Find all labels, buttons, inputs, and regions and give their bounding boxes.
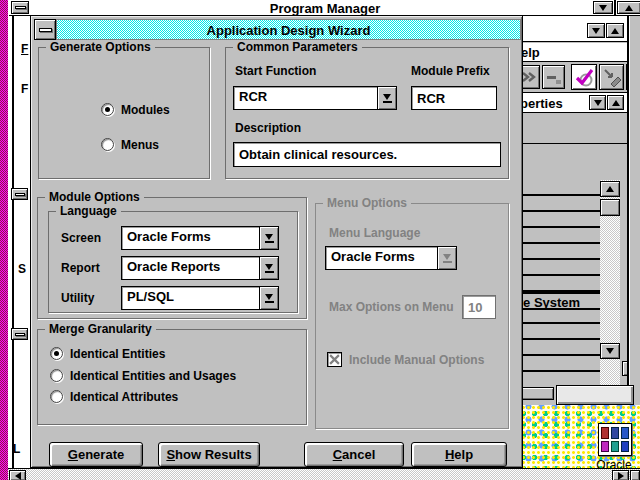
scroll-left-button[interactable] — [9, 470, 26, 480]
screen: Program Manager F F S L elp 1 — [0, 0, 640, 480]
check-tool-button[interactable] — [571, 64, 597, 90]
start-function-value[interactable]: RCR — [233, 86, 377, 110]
titlebar-divider — [614, 0, 616, 16]
radio-modules[interactable] — [101, 103, 114, 116]
module-prefix-input[interactable] — [411, 86, 497, 110]
oracle-group-icon[interactable] — [598, 423, 632, 456]
pointer-pen-icon — [602, 67, 622, 87]
oracle-group-label[interactable]: Oracle — [586, 458, 640, 468]
include-manual-options-checkbox — [327, 352, 342, 367]
report-label: Report — [61, 261, 100, 275]
program-manager-title: Program Manager — [9, 1, 640, 16]
properties-title-partial: perties — [520, 96, 563, 111]
maximize-icon — [612, 100, 620, 106]
language-group: Language Screen Oracle Forms Report Orac… — [48, 211, 298, 313]
scroll-right-button[interactable] — [612, 470, 629, 480]
dropdown-arrow-icon — [383, 94, 391, 100]
report-language-value[interactable]: Oracle Reports — [121, 256, 259, 280]
fragment-system-menu-button — [11, 328, 28, 340]
group-label: Language — [56, 204, 121, 218]
description-input[interactable] — [233, 142, 501, 167]
system-menu-icon — [39, 28, 52, 32]
radio-identical-attributes-label[interactable]: Identical Attributes — [70, 390, 178, 404]
program-manager-titlebar: Program Manager — [9, 0, 640, 16]
merge-granularity-group: Merge Granularity Identical Entities Ide… — [37, 329, 307, 425]
maximize-button[interactable] — [617, 1, 640, 14]
max-options-input — [462, 295, 496, 319]
generate-options-group: Generate Options Modules Menus — [38, 47, 210, 179]
minimize-button[interactable] — [587, 23, 605, 38]
report-language-combo[interactable]: Oracle Reports — [121, 256, 279, 280]
list-divider — [516, 143, 627, 144]
menu-language-label: Menu Language — [329, 226, 420, 240]
group-label: Module Options — [45, 190, 144, 204]
minimize-icon — [594, 100, 602, 106]
system-menu-icon — [15, 193, 25, 196]
group-icon-item — [601, 427, 609, 439]
window-frame-line — [12, 16, 14, 468]
start-function-dropdown-button[interactable] — [377, 86, 397, 110]
dialog-system-menu-button[interactable] — [34, 19, 56, 40]
radio-menus-label[interactable]: Menus — [121, 138, 159, 152]
list-row-re-system[interactable]: re System — [516, 292, 600, 310]
help-button[interactable]: Help — [411, 442, 507, 467]
system-menu-icon — [15, 333, 25, 336]
horizontal-scrollbar[interactable] — [8, 468, 640, 480]
menu-options-group: Menu Options Menu Language Oracle Forms … — [315, 203, 509, 429]
dropdown-arrow-icon — [265, 301, 274, 303]
radio-identical-entities-usages[interactable] — [50, 369, 63, 382]
max-options-label: Max Options on Menu — [329, 300, 454, 314]
minimize-button[interactable] — [593, 1, 613, 14]
utility-language-value[interactable]: PL/SQL — [121, 286, 259, 310]
radio-identical-attributes[interactable] — [50, 390, 63, 403]
screen-dropdown-button[interactable] — [259, 226, 279, 250]
scroll-right-icon — [618, 472, 624, 480]
fragment-menu-letter: F — [21, 42, 28, 56]
maximize-button[interactable] — [607, 95, 624, 110]
scroll-thumb[interactable] — [600, 199, 620, 216]
checkbox-check-icon — [329, 354, 340, 365]
minimize-button[interactable] — [589, 95, 606, 110]
module-options-group: Module Options Language Screen Oracle Fo… — [37, 197, 307, 319]
list-rows[interactable] — [516, 180, 600, 386]
background-menubar: elp — [516, 43, 627, 62]
minimize-doc-button[interactable] — [542, 65, 565, 89]
description-label: Description — [235, 121, 301, 135]
status-fragment — [556, 385, 634, 405]
background-toolbar — [516, 62, 627, 92]
screen-language-value[interactable]: Oracle Forms — [121, 226, 259, 250]
menu-help-partial[interactable]: elp — [521, 45, 540, 60]
generate-button[interactable]: Generate — [49, 442, 143, 467]
screen-label: Screen — [61, 231, 101, 245]
utility-language-combo[interactable]: PL/SQL — [121, 286, 279, 310]
cancel-button[interactable]: Cancel — [304, 442, 404, 467]
radio-menus[interactable] — [101, 138, 114, 151]
fragment-letter: S — [18, 262, 26, 276]
utility-label: Utility — [61, 291, 94, 305]
dropdown-arrow-icon — [265, 264, 273, 270]
radio-identical-entities-usages-label[interactable]: Identical Entities and Usages — [70, 369, 236, 383]
screen-language-combo[interactable]: Oracle Forms — [121, 226, 279, 250]
dropdown-arrow-icon — [265, 271, 274, 273]
show-results-button[interactable]: Show Results — [158, 442, 260, 467]
report-dropdown-button[interactable] — [259, 256, 279, 280]
fragment-letter: F — [21, 82, 28, 96]
utility-dropdown-button[interactable] — [259, 286, 279, 310]
radio-identical-entities[interactable] — [50, 347, 63, 360]
scroll-up-button[interactable] — [600, 181, 620, 197]
dropdown-arrow-icon — [265, 234, 273, 240]
pointer-pen-button[interactable] — [599, 64, 624, 90]
dropdown-arrow-icon — [383, 101, 392, 103]
maximize-icon — [625, 5, 633, 11]
group-icon-item — [611, 427, 619, 439]
scroll-down-icon — [606, 348, 614, 354]
radio-identical-entities-label[interactable]: Identical Entities — [70, 347, 165, 361]
dropdown-arrow-icon — [443, 261, 452, 263]
start-function-label: Start Function — [235, 64, 316, 78]
module-prefix-label: Module Prefix — [411, 64, 490, 78]
maximize-button[interactable] — [606, 23, 624, 38]
radio-modules-label[interactable]: Modules — [121, 103, 170, 117]
include-manual-options-label: Include Manual Options — [349, 353, 484, 367]
scroll-down-button[interactable] — [600, 343, 620, 359]
start-function-combo[interactable]: RCR — [233, 86, 397, 110]
